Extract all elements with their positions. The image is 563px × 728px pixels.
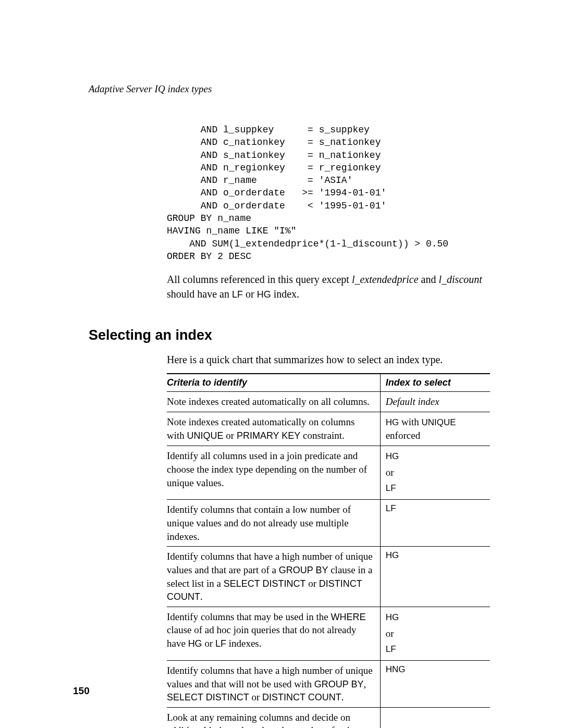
- index-cell: HGorLF: [380, 446, 490, 500]
- sql-code-block: AND l_suppkey = s_suppkey AND c_nationke…: [167, 124, 490, 263]
- index-cell: HG with UNIQUEenforced: [380, 412, 490, 446]
- index-cell: LF: [380, 500, 490, 547]
- index-cell: HGorLF: [380, 607, 490, 660]
- table-row: Identify columns that contain a low numb…: [167, 500, 490, 547]
- index-selection-table: Criteria to identify Index to select Not…: [167, 373, 490, 728]
- intro-text: Here is a quick chart that summarizes ho…: [167, 354, 490, 366]
- criteria-cell: Identify columns that have a high number…: [167, 660, 380, 707]
- section-heading: Selecting an index: [89, 327, 490, 343]
- criteria-cell: Identify columns that have a high number…: [167, 547, 380, 607]
- table-row: Look at any remaining columns and decide…: [167, 707, 490, 728]
- index-cell: Default index: [380, 392, 490, 412]
- index-cell: [380, 707, 490, 728]
- criteria-cell: Identify columns that may be used in the…: [167, 607, 380, 660]
- table-header-criteria: Criteria to identify: [167, 374, 380, 392]
- index-cell: HNG: [380, 660, 490, 707]
- table-row: Note indexes created automatically on co…: [167, 412, 490, 446]
- paragraph-below-code: All columns referenced in this query exc…: [167, 272, 490, 301]
- table-row: Identify columns that have a high number…: [167, 547, 490, 607]
- criteria-cell: Note indexes created automatically on al…: [167, 392, 380, 412]
- table-row: Identify columns that may be used in the…: [167, 607, 490, 660]
- criteria-cell: Identify columns that contain a low numb…: [167, 500, 380, 547]
- table-row: Identify all columns used in a join pred…: [167, 446, 490, 500]
- page-header: Adaptive Server IQ index types: [89, 83, 490, 95]
- criteria-cell: Note indexes created automatically on co…: [167, 412, 380, 446]
- table-row: Identify columns that have a high number…: [167, 660, 490, 707]
- criteria-cell: Identify all columns used in a join pred…: [167, 446, 380, 500]
- page-number: 150: [73, 685, 90, 697]
- table-header-index: Index to select: [380, 374, 490, 392]
- table-row: Note indexes created automatically on al…: [167, 392, 490, 412]
- criteria-cell: Look at any remaining columns and decide…: [167, 707, 380, 728]
- index-cell: HG: [380, 547, 490, 607]
